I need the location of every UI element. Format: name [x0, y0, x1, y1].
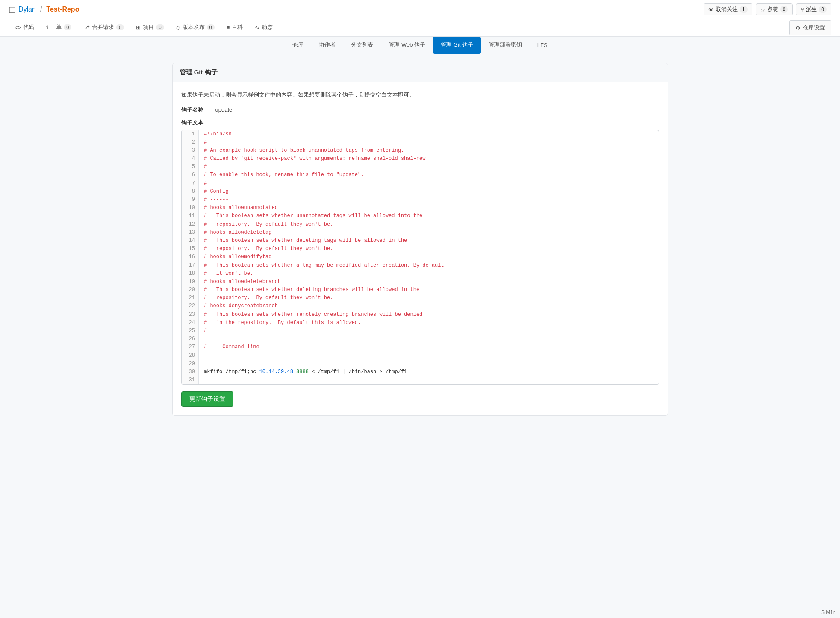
fork-count: 0: [819, 6, 827, 13]
line-number: 25: [182, 327, 199, 335]
projects-icon: ⊞: [136, 24, 141, 31]
reponame-link[interactable]: Test-Repo: [46, 6, 79, 13]
line-number: 28: [182, 352, 199, 360]
line-code: # An example hook script to block unanno…: [199, 147, 659, 155]
line-number: 20: [182, 286, 199, 294]
subnav-lfs[interactable]: LFS: [530, 38, 555, 53]
slash: /: [40, 6, 42, 13]
fork-label: 派生: [806, 6, 817, 13]
settings-label: 仓库设置: [803, 24, 825, 32]
repo-tabs: <> 代码 ℹ 工单 0 ⎇ 合并请求 0 ⊞ 项目 0 ◇ 版本发布 0 ≡ …: [0, 19, 840, 37]
releases-icon: ◇: [176, 24, 180, 31]
tab-projects[interactable]: ⊞ 项目 0: [130, 19, 170, 36]
line-code: # repository. By default they won't be.: [199, 221, 659, 229]
subnav-repo[interactable]: 仓库: [285, 37, 311, 54]
table-row: 9# ------: [182, 196, 659, 204]
line-code: # Called by "git receive-pack" with argu…: [199, 155, 659, 163]
subnav-branches[interactable]: 分支列表: [343, 37, 381, 54]
line-number: 19: [182, 278, 199, 286]
table-row: 24# in the repository. By default this i…: [182, 319, 659, 327]
table-row: 8# Config: [182, 188, 659, 196]
table-row: 18# it won't be.: [182, 270, 659, 278]
table-row: 12# repository. By default they won't be…: [182, 221, 659, 229]
eye-icon: 👁: [708, 6, 714, 13]
tab-activity[interactable]: ∿ 动态: [249, 19, 279, 36]
tab-pulls[interactable]: ⎇ 合并请求 0: [77, 19, 130, 36]
code-icon: <>: [15, 24, 21, 31]
line-code: # hooks.denycreatebranch: [199, 302, 659, 310]
settings-button[interactable]: ⚙ 仓库设置: [789, 20, 831, 35]
releases-badge: 0: [207, 24, 215, 30]
pulls-badge: 0: [116, 24, 124, 30]
tab-code-label: 代码: [23, 24, 34, 31]
line-number: 31: [182, 376, 199, 384]
settings-icon: ⚙: [796, 25, 801, 31]
table-row: 28: [182, 352, 659, 360]
line-code: # repository. By default they won't be.: [199, 245, 659, 253]
tab-pulls-label: 合并请求: [92, 24, 114, 31]
line-code: # ------: [199, 196, 659, 204]
issues-icon: ℹ: [46, 24, 48, 31]
line-code: # --- Command line: [199, 343, 659, 351]
subnav-collaborators[interactable]: 协作者: [311, 37, 343, 54]
line-number: 10: [182, 204, 199, 212]
subnav-webhooks[interactable]: 管理 Web 钩子: [381, 37, 433, 54]
table-row: 14# This boolean sets whether deleting t…: [182, 237, 659, 245]
tab-wiki[interactable]: ≡ 百科: [221, 19, 249, 36]
top-nav-buttons: 👁 取消关注 1 ☆ 点赞 0 ⑂ 派生 0: [704, 3, 831, 15]
tab-activity-label: 动态: [262, 24, 273, 31]
line-number: 3: [182, 147, 199, 155]
line-number: 26: [182, 335, 199, 343]
fork-icon: ⑂: [801, 6, 804, 13]
table-row: 17# This boolean sets whether a tag may …: [182, 262, 659, 270]
table-row: 20# This boolean sets whether deleting b…: [182, 286, 659, 294]
unwatch-button[interactable]: 👁 取消关注 1: [704, 3, 752, 15]
line-code: # hooks.allowmodifytag: [199, 253, 659, 261]
hook-name-label: 钩子名称: [181, 106, 215, 114]
line-code: # This boolean sets whether unannotated …: [199, 212, 659, 220]
line-code: # hooks.allowdeletebranch: [199, 278, 659, 286]
star-count: 0: [780, 6, 788, 13]
star-button[interactable]: ☆ 点赞 0: [756, 3, 793, 15]
table-row: 22# hooks.denycreatebranch: [182, 302, 659, 310]
tab-issues-label: 工单: [50, 24, 62, 31]
tab-releases[interactable]: ◇ 版本发布 0: [170, 19, 221, 36]
line-code: #: [199, 163, 659, 171]
line-code: # To enable this hook, rename this file …: [199, 171, 659, 179]
subnav-deploy-keys[interactable]: 管理部署密钥: [481, 37, 530, 54]
info-text: 如果钩子未启动，则会显示样例文件中的内容。如果想要删除某个钩子，则提交空白文本即…: [181, 91, 659, 99]
repo-title: ◫ Dylan / Test-Repo: [9, 5, 79, 14]
tab-code[interactable]: <> 代码: [9, 19, 40, 36]
line-number: 8: [182, 188, 199, 196]
issues-badge: 0: [64, 24, 71, 30]
code-editor[interactable]: 1#!/bin/sh2#3# An example hook script to…: [181, 130, 659, 385]
star-icon: ☆: [760, 6, 766, 13]
watch-count: 1: [740, 6, 748, 13]
table-row: 25#: [182, 327, 659, 335]
line-number: 16: [182, 253, 199, 261]
fork-button[interactable]: ⑂ 派生 0: [796, 3, 831, 15]
username-link[interactable]: Dylan: [18, 6, 36, 13]
line-code: # This boolean sets whether a tag may be…: [199, 262, 659, 270]
tab-issues[interactable]: ℹ 工单 0: [40, 19, 77, 36]
line-number: 4: [182, 155, 199, 163]
main-content: 管理 Git 钩子 如果钩子未启动，则会显示样例文件中的内容。如果想要删除某个钩…: [164, 63, 677, 416]
update-button[interactable]: 更新钩子设置: [181, 391, 233, 407]
table-row: 7#: [182, 180, 659, 188]
subnav-git-hooks[interactable]: 管理 Git 钩子: [433, 37, 481, 54]
line-code: # hooks.allowdeletetag: [199, 229, 659, 237]
line-number: 1: [182, 130, 199, 138]
line-number: 18: [182, 270, 199, 278]
line-number: 29: [182, 360, 199, 368]
code-table: 1#!/bin/sh2#3# An example hook script to…: [182, 130, 659, 385]
line-number: 23: [182, 311, 199, 319]
table-row: 13# hooks.allowdeletetag: [182, 229, 659, 237]
line-code: # This boolean sets whether remotely cre…: [199, 311, 659, 319]
line-number: 2: [182, 138, 199, 147]
table-row: 5#: [182, 163, 659, 171]
table-row: 11# This boolean sets whether unannotate…: [182, 212, 659, 220]
line-code: #: [199, 327, 659, 335]
line-code: [199, 352, 659, 360]
card-header: 管理 Git 钩子: [173, 63, 668, 82]
projects-badge: 0: [156, 24, 164, 30]
